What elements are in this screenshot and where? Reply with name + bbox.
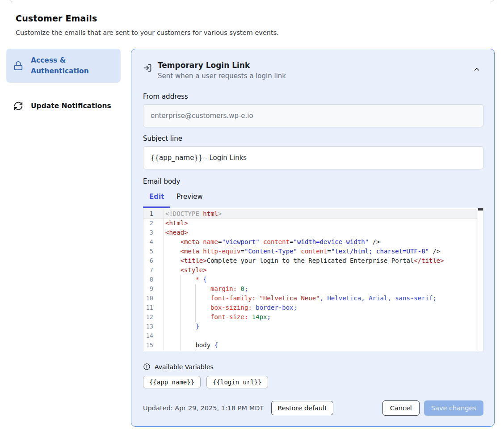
line-number: 4: [143, 237, 164, 247]
code-line-11: 11box-sizing: border-box;: [143, 303, 477, 312]
available-variables-label: Available Variables: [155, 363, 214, 371]
from-address-input[interactable]: [143, 104, 483, 127]
sidebar: Access & AuthenticationUpdate Notificati…: [6, 49, 121, 129]
save-changes-button[interactable]: Save changes: [424, 400, 483, 416]
line-number: 6: [143, 256, 164, 265]
email-body-tabs: EditPreview: [143, 193, 483, 208]
updated-timestamp: Updated: Apr 29, 2025, 1:18 PM MDT: [143, 404, 264, 412]
sidebar-item-access-authentication[interactable]: Access & Authentication: [6, 49, 121, 83]
code-line-3: 3<head>: [143, 228, 477, 237]
tab-preview[interactable]: Preview: [170, 193, 209, 208]
available-variables-row: Available Variables: [143, 363, 483, 371]
indent-guide: [195, 312, 196, 322]
line-number: 8: [143, 275, 164, 284]
indent-guide: [181, 331, 181, 341]
code-line-16: 16background-color: #f8f8f8;: [143, 350, 477, 351]
page-title: Customer Emails: [16, 13, 504, 23]
subject-line-input[interactable]: [143, 146, 483, 169]
log-in-icon: [143, 63, 152, 72]
info-icon: [143, 363, 151, 371]
code-line-13: 13}: [143, 322, 477, 331]
indent-guide: [181, 312, 181, 322]
code-editor[interactable]: 1<!DOCTYPE html>2<html>3<head>4<meta nam…: [143, 208, 483, 351]
indent-guide: [195, 350, 196, 351]
sidebar-item-update-notifications[interactable]: Update Notifications: [6, 94, 121, 118]
cancel-button[interactable]: Cancel: [382, 400, 420, 416]
line-number: 12: [143, 312, 164, 322]
line-number: 15: [143, 341, 164, 350]
chevron-up-icon: [473, 68, 481, 75]
page-header: Customer Emails Customize the emails tha…: [16, 13, 504, 36]
refresh-icon: [13, 101, 23, 111]
line-number: 7: [143, 265, 164, 275]
indent-guide: [195, 284, 196, 294]
variable-chips: {{app_name}}{{login_url}}: [143, 376, 483, 388]
indent-guide: [181, 294, 181, 303]
indent-guide: [181, 284, 181, 294]
variable-chip[interactable]: {{app_name}}: [143, 376, 201, 388]
code-line-15: 15body {: [143, 341, 477, 350]
line-number: 2: [143, 219, 164, 228]
editor-scrollbar[interactable]: [478, 208, 483, 351]
from-address-label: From address: [143, 93, 483, 101]
code-line-2: 2<html>: [143, 219, 477, 228]
line-number: 14: [143, 331, 164, 341]
panel-header: Temporary Login Link Sent when a user re…: [143, 61, 483, 80]
indent-guide: [195, 303, 196, 312]
sidebar-item-label: Update Notifications: [31, 101, 111, 111]
indent-guide: [181, 350, 181, 351]
page-subtitle: Customize the emails that are sent to yo…: [16, 29, 504, 36]
editor-scrollbar-thumb[interactable]: [478, 208, 483, 211]
code-line-7: 7<style>: [143, 265, 477, 275]
code-line-1: 1<!DOCTYPE html>: [143, 209, 477, 219]
tab-edit[interactable]: Edit: [143, 193, 170, 208]
variable-chip[interactable]: {{login_url}}: [206, 376, 268, 388]
restore-default-button[interactable]: Restore default: [271, 401, 333, 415]
panel-footer: Updated: Apr 29, 2025, 1:18 PM MDT Resto…: [143, 400, 483, 416]
line-number: 11: [143, 303, 164, 312]
indent-guide: [195, 294, 196, 303]
indent-guide: [181, 322, 181, 331]
sidebar-item-label: Access & Authentication: [31, 55, 113, 76]
indent-guide: [181, 303, 181, 312]
previous-card-bottom-edge: [9, 0, 495, 2]
lock-icon: [13, 61, 23, 71]
line-number: 1: [143, 209, 164, 219]
panel-title: Temporary Login Link: [158, 61, 286, 70]
main-layout: Access & AuthenticationUpdate Notificati…: [0, 49, 504, 427]
collapse-button[interactable]: [470, 63, 483, 77]
subject-line-label: Subject line: [143, 135, 483, 143]
code-line-5: 5<meta http-equiv="Content-Type" content…: [143, 247, 477, 256]
email-settings-panel: Temporary Login Link Sent when a user re…: [131, 49, 495, 427]
code-lines: 1<!DOCTYPE html>2<html>3<head>4<meta nam…: [143, 208, 477, 351]
indent-guide: [181, 275, 181, 284]
code-line-8: 8* {: [143, 275, 477, 284]
email-body-label: Email body: [143, 177, 483, 185]
code-line-6: 6<title>Complete your login to the Repli…: [143, 256, 477, 265]
code-line-9: 9margin: 0;: [143, 284, 477, 294]
line-number: 10: [143, 294, 164, 303]
code-line-12: 12font-size: 14px;: [143, 312, 477, 322]
line-number: 13: [143, 322, 164, 331]
line-number: 5: [143, 247, 164, 256]
line-number: 3: [143, 228, 164, 237]
line-number: 16: [143, 350, 164, 351]
indent-guide: [181, 341, 181, 350]
line-number: 9: [143, 284, 164, 294]
panel-subtitle: Sent when a user requests a login link: [158, 72, 286, 80]
code-line-14: 14: [143, 331, 477, 341]
code-line-4: 4<meta name="viewport" content="width=de…: [143, 237, 477, 247]
code-line-10: 10font-family: "Helvetica Neue", Helveti…: [143, 294, 477, 303]
